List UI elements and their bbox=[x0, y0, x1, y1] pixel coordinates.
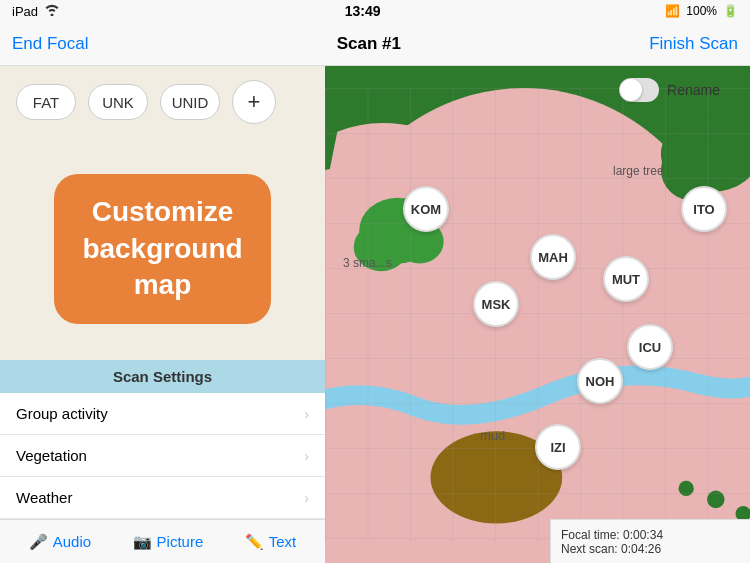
picture-button[interactable]: 📷 Picture bbox=[133, 533, 204, 551]
group-activity-chevron: › bbox=[304, 406, 309, 422]
audio-label: Audio bbox=[53, 533, 91, 550]
weather-item[interactable]: Weather › bbox=[0, 477, 325, 519]
carrier-label: iPad bbox=[12, 4, 38, 19]
scan-title: Scan #1 bbox=[337, 34, 401, 54]
status-time: 13:49 bbox=[345, 3, 381, 19]
customize-button[interactable]: Customize background map bbox=[54, 174, 270, 323]
group-activity-label: Group activity bbox=[16, 405, 108, 422]
toggle-knob bbox=[620, 79, 642, 101]
end-focal-button[interactable]: End Focal bbox=[12, 34, 89, 54]
text-button[interactable]: ✏️ Text bbox=[245, 533, 297, 551]
rename-toggle[interactable] bbox=[619, 78, 659, 102]
rename-area: Rename bbox=[619, 78, 720, 102]
animal-ito[interactable]: ITO bbox=[681, 186, 727, 232]
main-layout: FAT UNK UNID + Customize background map … bbox=[0, 66, 750, 563]
animal-icu[interactable]: ICU bbox=[627, 324, 673, 370]
svg-point-8 bbox=[678, 481, 693, 496]
focal-time-panel: Focal time: 0:00:34 Next scan: 0:04:26 bbox=[550, 519, 750, 563]
battery-icon: 🔋 bbox=[723, 4, 738, 18]
next-scan-label: Next scan: 0:04:26 bbox=[561, 542, 740, 556]
rename-label: Rename bbox=[667, 82, 720, 98]
quick-buttons-row: FAT UNK UNID + bbox=[0, 66, 325, 138]
microphone-icon: 🎤 bbox=[29, 533, 48, 551]
nav-bar: End Focal Scan #1 Finish Scan bbox=[0, 22, 750, 66]
battery-label: 100% bbox=[686, 4, 717, 18]
left-panel: FAT UNK UNID + Customize background map … bbox=[0, 66, 325, 563]
scan-settings-header: Scan Settings bbox=[0, 360, 325, 393]
pencil-icon: ✏️ bbox=[245, 533, 264, 551]
animal-mut[interactable]: MUT bbox=[603, 256, 649, 302]
customize-area: Customize background map bbox=[0, 138, 325, 360]
animal-noh[interactable]: NOH bbox=[577, 358, 623, 404]
unid-button[interactable]: UNID bbox=[160, 84, 220, 120]
unk-button[interactable]: UNK bbox=[88, 84, 148, 120]
camera-icon: 📷 bbox=[133, 533, 152, 551]
weather-chevron: › bbox=[304, 490, 309, 506]
status-right: 📶 100% 🔋 bbox=[665, 4, 738, 18]
bluetooth-icon: 📶 bbox=[665, 4, 680, 18]
audio-button[interactable]: 🎤 Audio bbox=[29, 533, 91, 551]
vegetation-chevron: › bbox=[304, 448, 309, 464]
animal-mah[interactable]: MAH bbox=[530, 234, 576, 280]
vegetation-label: Vegetation bbox=[16, 447, 87, 464]
animal-izi[interactable]: IZI bbox=[535, 424, 581, 470]
weather-label: Weather bbox=[16, 489, 72, 506]
svg-point-9 bbox=[707, 491, 725, 509]
text-label: Text bbox=[269, 533, 297, 550]
status-bar: iPad 13:49 📶 100% 🔋 bbox=[0, 0, 750, 22]
finish-scan-button[interactable]: Finish Scan bbox=[649, 34, 738, 54]
animal-msk[interactable]: MSK bbox=[473, 281, 519, 327]
bottom-toolbar: 🎤 Audio 📷 Picture ✏️ Text bbox=[0, 519, 325, 563]
customize-text: Customize background map bbox=[82, 196, 242, 300]
add-button[interactable]: + bbox=[232, 80, 276, 124]
map-panel: Rename KOM MAH MSK MUT ICU NOH IZI ITO l… bbox=[325, 66, 750, 563]
fat-button[interactable]: FAT bbox=[16, 84, 76, 120]
focal-time-label: Focal time: 0:00:34 bbox=[561, 528, 740, 542]
wifi-icon bbox=[44, 4, 60, 19]
settings-list: Group activity › Vegetation › Weather › bbox=[0, 393, 325, 519]
animal-kom[interactable]: KOM bbox=[403, 186, 449, 232]
map-svg bbox=[325, 66, 750, 563]
vegetation-item[interactable]: Vegetation › bbox=[0, 435, 325, 477]
group-activity-item[interactable]: Group activity › bbox=[0, 393, 325, 435]
status-left: iPad bbox=[12, 4, 60, 19]
picture-label: Picture bbox=[157, 533, 204, 550]
